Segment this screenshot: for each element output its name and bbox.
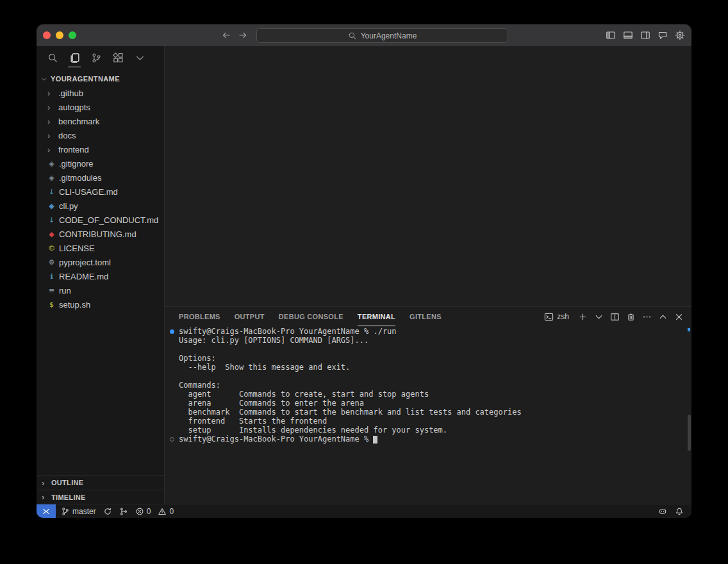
terminal-text: swifty@Craigs-MacBook-Pro YourAgentName … [179, 435, 373, 444]
terminal-line: Commands: [165, 381, 691, 390]
terminal-cursor [373, 436, 377, 444]
maximize-panel-button[interactable] [658, 312, 668, 322]
warnings-status-label: 0 [169, 507, 174, 516]
panel-tab-terminal[interactable]: TERMINAL [358, 307, 395, 326]
terminal-line: Usage: cli.py [OPTIONS] COMMAND [ARGS]..… [165, 336, 691, 345]
activity-bar [37, 46, 164, 72]
tree-file-setup.sh[interactable]: $setup.sh [37, 297, 164, 311]
activity-extensions-button[interactable] [111, 49, 125, 69]
minimize-window-button[interactable] [56, 31, 63, 39]
branch-icon [61, 507, 70, 516]
search-icon [47, 53, 58, 66]
section-outline[interactable]: ›OUTLINE [37, 476, 164, 490]
tree-file-cli-usage.md[interactable]: ↓CLI-USAGE.md [37, 185, 164, 199]
file-tree: ›.github›autogpts›benchmark›docs›fronten… [37, 86, 164, 311]
zoom-window-button[interactable] [69, 31, 76, 39]
info-icon: ℹ [47, 273, 56, 280]
explorer-icon [69, 53, 80, 66]
errors-status[interactable]: 0 [135, 507, 151, 516]
license-icon: © [47, 245, 56, 252]
vscode-window: YourAgentName YOURAGENTNAME ›.github›aut… [37, 24, 691, 518]
notifications-status[interactable] [675, 507, 684, 516]
panel-tab-debug-console[interactable]: DEBUG CONSOLE [279, 307, 343, 326]
editor-column: PROBLEMSOUTPUTDEBUG CONSOLETERMINALGITLE… [165, 46, 691, 504]
new-terminal-button[interactable] [578, 312, 588, 322]
chevron-right-icon: › [47, 145, 55, 154]
activity-source-control-button[interactable] [89, 49, 103, 69]
tree-folder-autogpts[interactable]: ›autogpts [37, 100, 164, 114]
toggle-panel-button[interactable] [623, 30, 633, 40]
close-panel-button[interactable] [674, 312, 684, 322]
tree-folder-.github[interactable]: ›.github [37, 86, 164, 100]
panel-action-icons [578, 312, 684, 322]
go-forward-button[interactable] [238, 30, 248, 40]
titlebar[interactable]: YourAgentName [37, 24, 691, 46]
terminal-line: Options: [165, 354, 691, 363]
kill-terminal-button[interactable] [626, 312, 636, 322]
sidebar: YOURAGENTNAME ›.github›autogpts›benchmar… [37, 46, 165, 504]
activity-explorer-button[interactable] [67, 49, 81, 69]
tree-file-.gitignore[interactable]: ◈.gitignore [37, 156, 164, 170]
section-timeline[interactable]: ›TIMELINE [37, 490, 164, 504]
tree-file-cli.py[interactable]: ◆cli.py [37, 199, 164, 213]
panel-tab-output[interactable]: OUTPUT [235, 307, 265, 326]
command-center-search[interactable]: YourAgentName [256, 28, 508, 43]
terminal-line: swifty@Craigs-MacBook-Pro YourAgentName … [165, 435, 691, 444]
explorer-root-row[interactable]: YOURAGENTNAME [37, 72, 164, 86]
terminal-text: setup Installs dependencies needed for y… [179, 426, 447, 435]
source-control-icon [91, 53, 102, 66]
graph-status[interactable] [119, 507, 128, 516]
terminal-scrollbar[interactable] [688, 415, 691, 451]
warnings-status[interactable]: 0 [158, 507, 174, 516]
python-icon: ◆ [47, 203, 56, 210]
tree-folder-benchmark[interactable]: ›benchmark [37, 114, 164, 128]
terminal-overview-decoration [688, 328, 690, 331]
chevron-right-icon: › [47, 103, 55, 112]
close-window-button[interactable] [43, 31, 51, 39]
markdown-icon: ↓ [47, 188, 56, 195]
bell-icon [675, 507, 684, 516]
terminal-line: benchmark Commands to start the benchmar… [165, 408, 691, 417]
toggle-secondary-sidebar-button[interactable] [640, 30, 650, 40]
git-icon: ◈ [47, 160, 56, 167]
terminal-output[interactable]: swifty@Craigs-MacBook-Pro YourAgentName … [165, 326, 691, 504]
tree-file-run[interactable]: ≡run [37, 283, 164, 297]
panel-tab-gitlens[interactable]: GITLENS [410, 307, 442, 326]
editor-area[interactable] [165, 46, 691, 306]
tree-file-pyproject.toml[interactable]: ⚙pyproject.toml [37, 255, 164, 269]
explorer-root-label: YOURAGENTNAME [51, 75, 120, 83]
more-actions-button[interactable] [642, 312, 652, 322]
chat-button[interactable] [658, 30, 668, 40]
terminal-instance[interactable]: zsh [544, 312, 569, 322]
go-back-button[interactable] [221, 30, 231, 40]
tree-item-label: LICENSE [59, 244, 95, 253]
sync-status[interactable] [103, 507, 112, 516]
titlebar-actions [606, 24, 685, 46]
shell-label: zsh [557, 312, 569, 321]
copilot-status[interactable] [658, 507, 667, 516]
toggle-primary-sidebar-button[interactable] [606, 30, 616, 40]
activity-more-views-button[interactable] [133, 49, 147, 69]
tree-item-label: frontend [58, 145, 89, 154]
activity-search-button[interactable] [46, 49, 60, 69]
tree-item-label: cli.py [59, 201, 78, 211]
panel-tab-problems[interactable]: PROBLEMS [179, 307, 220, 326]
branch-status[interactable]: master [61, 507, 96, 516]
tree-file-license[interactable]: ©LICENSE [37, 241, 164, 255]
remote-indicator[interactable] [37, 504, 56, 518]
tree-folder-frontend[interactable]: ›frontend [37, 142, 164, 156]
split-terminal-button[interactable] [610, 312, 620, 322]
tree-file-code_of_conduct.md[interactable]: ↓CODE_OF_CONDUCT.md [37, 213, 164, 227]
launch-profile-button[interactable] [594, 312, 604, 322]
tree-file-.gitmodules[interactable]: ◈.gitmodules [37, 170, 164, 185]
sidebar-bottom-sections: ›OUTLINE›TIMELINE [37, 475, 164, 504]
manage-settings-button[interactable] [675, 30, 685, 40]
history-nav [221, 24, 248, 46]
tree-item-label: benchmark [58, 117, 99, 126]
terminal-icon [544, 312, 554, 322]
tree-file-readme.md[interactable]: ℹREADME.md [37, 269, 164, 283]
terminal-text: frontend Starts the frontend [179, 417, 327, 426]
tree-file-contributing.md[interactable]: ◆CONTRIBUTING.md [37, 227, 164, 241]
graph-icon [119, 507, 128, 516]
tree-folder-docs[interactable]: ›docs [37, 128, 164, 142]
